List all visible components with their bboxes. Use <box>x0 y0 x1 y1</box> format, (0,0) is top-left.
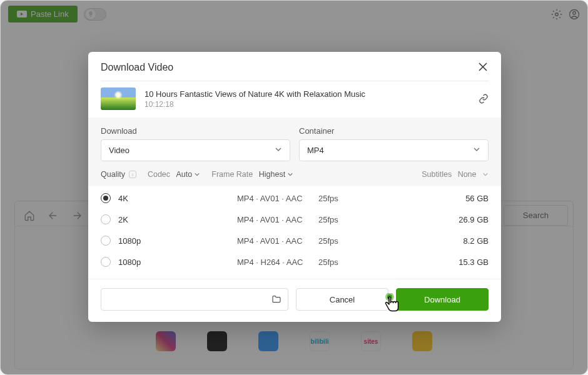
codec-filter[interactable]: Codec Auto <box>148 170 200 179</box>
quality-fps: 25fps <box>318 236 368 246</box>
video-info: 10 Hours Fantastic Views of Nature 4K wi… <box>144 89 470 109</box>
modal-footer: Cancel Download <box>88 279 501 322</box>
download-modal: Download Video 10 Hours Fantastic Views … <box>88 52 501 322</box>
radio-button[interactable] <box>101 193 111 203</box>
modal-header: Download Video <box>88 52 501 81</box>
cancel-button[interactable]: Cancel <box>296 288 388 311</box>
chevron-down-icon <box>194 171 200 178</box>
radio-button[interactable] <box>101 257 111 267</box>
chevron-down-icon <box>482 171 489 178</box>
output-path-field[interactable] <box>101 288 288 311</box>
quality-fps: 25fps <box>318 215 368 224</box>
quality-row-1080p-av01[interactable]: 1080p MP4 · AV01 · AAC 25fps 8.2 GB <box>101 230 489 251</box>
quality-list: 4K MP4 · AV01 · AAC 25fps 56 GB 2K MP4 ·… <box>88 186 501 279</box>
radio-button[interactable] <box>101 236 111 246</box>
quality-codec: MP4 · AV01 · AAC <box>237 236 318 246</box>
quality-row-2k[interactable]: 2K MP4 · AV01 · AAC 25fps 26.9 GB <box>101 209 489 230</box>
container-label: Container <box>299 126 489 136</box>
folder-icon <box>271 294 281 304</box>
link-icon <box>479 94 489 104</box>
chevron-down-icon <box>473 146 480 155</box>
quality-size: 8.2 GB <box>464 236 489 246</box>
quality-row-4k[interactable]: 4K MP4 · AV01 · AAC 25fps 56 GB <box>101 188 489 209</box>
download-button[interactable]: Download <box>396 288 489 311</box>
quality-codec: MP4 · AV01 · AAC <box>237 194 318 203</box>
chevron-down-icon <box>275 146 282 155</box>
radio-button[interactable] <box>101 214 111 224</box>
container-select[interactable]: MP4 <box>299 139 489 161</box>
quality-fps: 25fps <box>318 258 368 267</box>
quality-codec: MP4 · AV01 · AAC <box>237 215 318 224</box>
subtitles-filter[interactable]: Subtitles None <box>422 170 489 179</box>
app-window: Paste Link Search bilibili sites <box>0 0 588 375</box>
video-duration: 10:12:18 <box>144 100 470 109</box>
quality-fps: 25fps <box>318 194 368 203</box>
close-button[interactable] <box>479 62 489 72</box>
quality-name: 1080p <box>118 258 237 267</box>
quality-codec: MP4 · H264 · AAC <box>237 258 318 267</box>
open-link-button[interactable] <box>479 94 489 104</box>
quality-size: 15.3 GB <box>459 258 489 267</box>
modal-title: Download Video <box>101 62 173 73</box>
quality-size: 26.9 GB <box>459 215 489 224</box>
download-type-value: Video <box>109 146 129 155</box>
quality-name: 4K <box>118 194 237 203</box>
quality-row-1080p-h264[interactable]: 1080p MP4 · H264 · AAC 25fps 15.3 GB <box>101 251 489 272</box>
close-icon <box>479 62 487 71</box>
download-type-label: Download <box>101 126 290 136</box>
quality-size: 56 GB <box>465 194 489 203</box>
video-thumbnail <box>101 88 136 110</box>
info-icon[interactable]: i <box>129 171 136 178</box>
filter-row: Quality i Codec Auto Frame Rate Highest … <box>101 161 489 181</box>
params-section: Download Video Container MP4 Qualit <box>88 118 501 186</box>
framerate-filter[interactable]: Frame Rate Highest <box>211 170 293 179</box>
quality-name: 2K <box>118 215 237 224</box>
video-row: 10 Hours Fantastic Views of Nature 4K wi… <box>88 81 501 118</box>
download-type-select[interactable]: Video <box>101 139 290 161</box>
chevron-down-icon <box>287 171 293 178</box>
quality-name: 1080p <box>118 236 237 246</box>
quality-filter-label: Quality i <box>101 170 136 179</box>
video-title: 10 Hours Fantastic Views of Nature 4K wi… <box>144 89 470 99</box>
container-value: MP4 <box>307 146 324 155</box>
